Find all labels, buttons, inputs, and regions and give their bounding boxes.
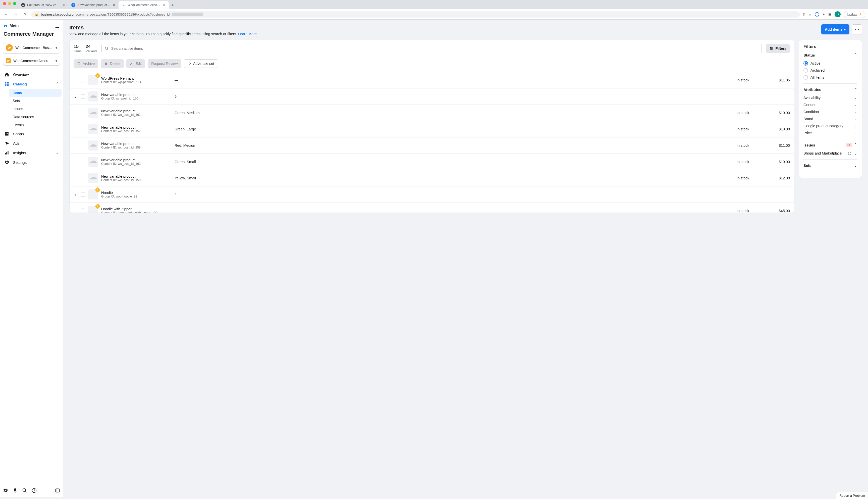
profile-avatar[interactable]: D — [834, 11, 841, 17]
section-label: Sets — [804, 163, 811, 168]
svg-rect-22 — [78, 63, 80, 64]
nav-data-sources[interactable]: Data sources — [9, 113, 62, 121]
price-cell: $12.00 — [770, 176, 790, 180]
table-row[interactable]: New variable productContent ID: wc_post_… — [70, 137, 794, 154]
window-close[interactable] — [3, 2, 6, 5]
caret-down-icon: ▾ — [844, 27, 846, 32]
nav-insights[interactable]: Insights ⌄ — [1, 148, 62, 158]
update-button[interactable]: Update ⋮ — [844, 11, 866, 18]
nav-catalog[interactable]: Catalog ⌃ — [1, 79, 62, 89]
tabs-overflow-icon[interactable]: ⌄ — [862, 5, 868, 9]
table-row[interactable]: New variable productContent ID: wc_post_… — [70, 170, 794, 186]
tab-close-icon[interactable]: × — [163, 3, 166, 7]
bookmark-icon[interactable]: ☆ — [808, 12, 812, 16]
attribute-label: Price — [804, 131, 812, 135]
expand-toggle[interactable]: › — [74, 193, 78, 196]
search-icon[interactable] — [22, 488, 27, 494]
row-checkbox[interactable] — [80, 78, 85, 82]
nav-ads[interactable]: Ads — [1, 138, 62, 148]
nav-events[interactable]: Events — [9, 121, 62, 129]
side-panel-icon[interactable]: ▣ — [828, 12, 832, 16]
address-bar[interactable]: 🔒 business.facebook.com/commerce/catalog… — [31, 11, 800, 17]
option-label: Active — [810, 61, 820, 65]
new-tab-button[interactable]: + — [169, 2, 176, 9]
svg-rect-5 — [6, 152, 7, 155]
learn-more-link[interactable]: Learn More — [238, 32, 257, 36]
status-option[interactable]: Active — [804, 60, 857, 67]
attribute-row[interactable]: Google product category⌄ — [804, 122, 857, 130]
tab-close-icon[interactable]: × — [62, 3, 65, 7]
row-checkbox[interactable] — [80, 192, 85, 197]
extensions-icon[interactable]: ✦ — [822, 12, 825, 16]
status-option[interactable]: Archived — [804, 67, 857, 74]
filter-attributes-head[interactable]: Attributes ⌃ — [804, 87, 857, 92]
filter-status-head[interactable]: Status ⌃ — [804, 53, 857, 57]
nav-settings[interactable]: Settings — [1, 158, 62, 167]
search-input[interactable] — [111, 47, 759, 50]
nav-items[interactable]: Items — [9, 89, 62, 97]
product-name: New variable product — [101, 174, 172, 179]
hamburger-icon[interactable]: ☰ — [55, 23, 60, 29]
share-icon[interactable]: ⇪ — [803, 12, 805, 16]
advertise-set-button[interactable]: Advertise set — [184, 59, 218, 68]
table-row[interactable]: New variable productContent ID: wc_post_… — [70, 154, 794, 170]
product-subtext: Content ID: wc_post_id_159 — [101, 179, 172, 182]
attribute-row[interactable]: Price⌄ — [804, 130, 857, 136]
meta-brand[interactable]: Meta — [3, 24, 18, 28]
business-selector[interactable]: W WooCommerce - Busine... ▾ — [3, 42, 60, 53]
issues-subrow[interactable]: Shops and Marketplace 16 ⌄ — [804, 150, 857, 157]
bell-icon[interactable] — [13, 488, 17, 494]
nav-forward-button[interactable]: → — [12, 11, 19, 18]
catalog-selector[interactable]: W WooCommerce Account (111... ▾ — [3, 56, 60, 65]
attribute-row[interactable]: Condition⌄ — [804, 108, 857, 115]
attribute-label: Gender — [804, 103, 816, 107]
table-row[interactable]: New variable productContent ID: wc_post_… — [70, 105, 794, 121]
status-option[interactable]: All items — [804, 74, 857, 81]
nav-issues[interactable]: Issues — [9, 105, 62, 113]
browser-tab-active[interactable]: ∞ WooCommerce Account × — [119, 1, 169, 9]
help-icon[interactable]: ? — [32, 488, 37, 494]
nav-back-button[interactable]: ← — [2, 11, 10, 18]
window-maximize[interactable] — [13, 2, 16, 5]
variant-cell: 4 — [175, 193, 734, 196]
product-thumbnail — [88, 157, 98, 167]
filter-issues-head[interactable]: Issues 16 ⌃ — [804, 143, 857, 147]
product-thumbnail — [88, 206, 98, 212]
price-cell: $11.00 — [770, 144, 790, 147]
add-items-button[interactable]: Add items ▾ — [821, 24, 850, 34]
window-minimize[interactable] — [8, 2, 11, 5]
chevron-up-icon: ⌃ — [854, 143, 857, 147]
attribute-row[interactable]: Brand⌄ — [804, 115, 857, 122]
items-card: 15 Items 24 Variants Filters — [69, 40, 794, 213]
search-field[interactable] — [101, 44, 762, 53]
nav-reload-button[interactable]: ⟳ — [22, 11, 29, 18]
facebook-favicon: f — [71, 3, 75, 7]
report-problem-button[interactable]: Report a Problem — [836, 492, 868, 497]
row-checkbox[interactable] — [80, 94, 85, 99]
tab-close-icon[interactable]: × — [112, 3, 115, 7]
browser-tab[interactable]: f New variable product | Faceboo × — [68, 1, 119, 9]
gear-icon[interactable] — [3, 488, 8, 494]
chevron-down-icon: ⌄ — [854, 117, 857, 121]
extension-icon[interactable] — [815, 12, 819, 16]
product-info: Hoodie with ZipperContent ID: woo-hoodie… — [101, 207, 172, 212]
more-menu-button[interactable]: ⋯ — [852, 24, 862, 34]
table-row[interactable]: ⌄New variable productGroup ID: wc_post_i… — [70, 88, 794, 105]
row-checkbox[interactable] — [80, 208, 85, 212]
attribute-row[interactable]: Gender⌄ — [804, 101, 857, 108]
table-row[interactable]: New variable productContent ID: wc_post_… — [70, 121, 794, 137]
nav-sets[interactable]: Sets — [9, 97, 62, 105]
attribute-row[interactable]: Availability⌄ — [804, 94, 857, 101]
table-row[interactable]: ›HoodieGroup ID: woo-hoodie_924 — [70, 186, 794, 203]
filter-sets-head[interactable]: Sets ⌄ — [804, 163, 857, 168]
filters-toggle-button[interactable]: Filters — [766, 44, 790, 53]
nav-shops[interactable]: Shops — [1, 129, 62, 138]
nav-overview[interactable]: Overview — [1, 70, 62, 79]
browser-tab[interactable]: W Edit product "New variable pro × — [18, 1, 68, 9]
table-row[interactable]: Hoodie with ZipperContent ID: woo-hoodie… — [70, 203, 794, 212]
table-row[interactable]: WordPress PennantContent ID: wp-pennant_… — [70, 72, 794, 88]
sidebar-header: Meta ☰ Commerce Manager — [0, 20, 63, 40]
expand-toggle[interactable]: ⌄ — [74, 95, 78, 98]
svg-rect-1 — [7, 82, 9, 84]
collapse-icon[interactable] — [55, 488, 60, 494]
